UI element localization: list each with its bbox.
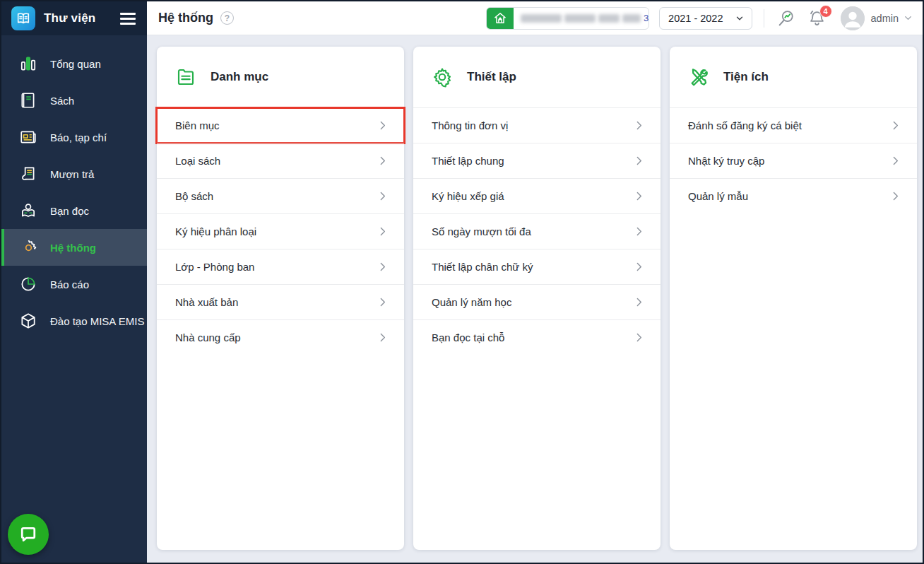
menu-item-label: Thông tin đơn vị [432, 119, 508, 131]
sidebar-logo-row: Thư viện [1, 1, 147, 35]
search-trend-icon [776, 8, 796, 28]
sidebar-item-tong-quan[interactable]: Tổng quan [1, 45, 147, 82]
main-area: Hệ thống ? 3 2021 - 2022 [147, 1, 923, 563]
menu-item-loai-sach[interactable]: Loại sách [157, 143, 404, 178]
sidebar-item-bao-cao[interactable]: Báo cáo [1, 266, 147, 302]
menu-item-bien-muc[interactable]: Biên mục [157, 107, 404, 143]
school-name-suffix: 3 [644, 13, 648, 23]
sidebar-item-muon-tra[interactable]: Mượn trả [1, 155, 147, 192]
sidebar: Thư viện Tổng quan [1, 1, 147, 563]
panel-thiet-lap: Thiết lập Thông tin đơn vị Thiết lập chu… [413, 47, 661, 550]
menu-item-label: Quản lý mẫu [688, 190, 748, 202]
menu-item-label: Thiết lập chung [432, 155, 504, 167]
app-window: Thư viện Tổng quan [0, 0, 924, 564]
sidebar-item-label: Hệ thống [50, 242, 96, 254]
menu-item-quan-ly-mau[interactable]: Quản lý mẫu [670, 178, 917, 213]
chevron-right-icon [377, 331, 389, 343]
school-selector[interactable]: 3 [486, 7, 649, 30]
menu-item-so-ngay-muon-toi-da[interactable]: Số ngày mượn tối đa [413, 213, 661, 249]
sidebar-item-label: Báo, tạp chí [50, 131, 107, 143]
sidebar-item-dao-tao[interactable]: Đào tạo MISA EMIS [1, 302, 147, 339]
menu-item-label: Số ngày mượn tối đa [432, 225, 531, 237]
school-year-value: 2021 - 2022 [668, 13, 723, 24]
panel-tien-ich: Tiện ích Đánh số đăng ký cá biệt Nhật ký… [670, 47, 917, 550]
notification-badge: 4 [819, 5, 832, 18]
chevron-right-icon [377, 155, 389, 167]
menu-item-label: Đánh số đăng ký cá biệt [688, 119, 802, 131]
menu-item-nha-xuat-ban[interactable]: Nhà xuất bản [157, 284, 404, 319]
menu-item-quan-ly-nam-hoc[interactable]: Quản lý năm học [413, 284, 661, 319]
chevron-right-icon [377, 119, 389, 131]
chevron-right-icon [377, 261, 389, 273]
notifications-button[interactable]: 4 [805, 6, 829, 30]
avatar[interactable] [841, 6, 865, 30]
menu-item-danh-so-dang-ky-ca-biet[interactable]: Đánh số đăng ký cá biệt [670, 107, 917, 143]
menu-item-thiet-lap-chung[interactable]: Thiết lập chung [413, 143, 661, 178]
user-name[interactable]: admin [871, 13, 899, 24]
catalog-icon [175, 66, 196, 88]
borrow-return-icon [18, 163, 39, 184]
chevron-right-icon [633, 119, 645, 131]
menu-item-label: Ký hiệu phân loại [175, 225, 256, 237]
panel-title: Thiết lập [467, 70, 516, 84]
sidebar-nav: Tổng quan Sách [1, 35, 147, 339]
school-name-redacted: 3 [514, 13, 649, 23]
search-analytics-button[interactable] [774, 6, 798, 30]
chevron-right-icon [633, 296, 645, 308]
chevron-right-icon [633, 261, 645, 273]
chat-support-button[interactable] [8, 514, 49, 555]
chevron-right-icon [889, 190, 901, 202]
menu-item-label: Nhà xuất bản [175, 296, 238, 308]
help-icon[interactable]: ? [220, 11, 234, 25]
menu-item-label: Lớp - Phòng ban [175, 261, 254, 273]
sidebar-item-label: Tổng quan [50, 58, 101, 70]
panel-danh-muc: Danh mục Biên mục Loại sách Bộ sách Ký h… [157, 47, 404, 550]
chevron-right-icon [377, 225, 389, 237]
sidebar-item-label: Sách [50, 95, 74, 107]
chevron-right-icon [377, 296, 389, 308]
menu-item-thiet-lap-chan-chu-ky[interactable]: Thiết lập chân chữ ký [413, 249, 661, 284]
school-year-dropdown[interactable]: 2021 - 2022 [659, 7, 752, 30]
menu-toggle-icon[interactable] [120, 13, 136, 25]
chevron-right-icon [633, 155, 645, 167]
sidebar-item-label: Mượn trả [50, 168, 94, 180]
sidebar-item-bao-tap-chi[interactable]: Báo, tạp chí [1, 119, 147, 155]
chevron-down-icon [735, 13, 745, 23]
menu-item-thong-tin-don-vi[interactable]: Thông tin đơn vị [413, 107, 661, 143]
menu-item-label: Nhật ký truy cập [688, 155, 764, 167]
menu-item-label: Thiết lập chân chữ ký [432, 261, 533, 273]
topbar-divider [764, 9, 764, 28]
page-title: Hệ thống [158, 11, 213, 25]
panel-header: Danh mục [157, 47, 404, 107]
cube-icon [18, 310, 39, 331]
menu-item-bo-sach[interactable]: Bộ sách [157, 178, 404, 213]
home-icon [487, 7, 514, 30]
app-logo-icon [11, 6, 35, 30]
menu-item-nhat-ky-truy-cap[interactable]: Nhật ký truy cập [670, 143, 917, 178]
menu-item-label: Bạn đọc tại chỗ [432, 331, 504, 343]
menu-item-ban-doc-tai-cho[interactable]: Bạn đọc tại chỗ [413, 319, 661, 355]
menu-item-ky-hieu-xep-gia[interactable]: Ký hiệu xếp giá [413, 178, 661, 213]
menu-item-label: Biên mục [175, 119, 220, 131]
chat-bubble-icon [18, 524, 39, 545]
tools-icon [688, 66, 709, 88]
bar-chart-icon [18, 53, 39, 74]
sidebar-item-sach[interactable]: Sách [1, 82, 147, 119]
chevron-right-icon [889, 155, 901, 167]
chevron-right-icon [633, 225, 645, 237]
gear-icon [18, 237, 39, 258]
menu-item-ky-hieu-phan-loai[interactable]: Ký hiệu phân loại [157, 213, 404, 249]
settings-icon [432, 66, 453, 88]
sidebar-item-he-thong[interactable]: Hệ thống [1, 229, 147, 266]
sidebar-item-label: Đào tạo MISA EMIS [50, 315, 144, 327]
reader-icon [18, 200, 39, 221]
sidebar-item-ban-doc[interactable]: Bạn đọc [1, 192, 147, 229]
menu-item-nha-cung-cap[interactable]: Nhà cung cấp [157, 319, 404, 355]
menu-item-lop-phong-ban[interactable]: Lớp - Phòng ban [157, 249, 404, 284]
topbar: Hệ thống ? 3 2021 - 2022 [147, 1, 923, 35]
sidebar-item-label: Bạn đọc [50, 205, 89, 217]
user-menu-chevron-icon[interactable] [903, 13, 913, 23]
pie-chart-icon [18, 274, 39, 295]
menu-item-label: Loại sách [175, 155, 220, 167]
chevron-right-icon [889, 119, 901, 131]
